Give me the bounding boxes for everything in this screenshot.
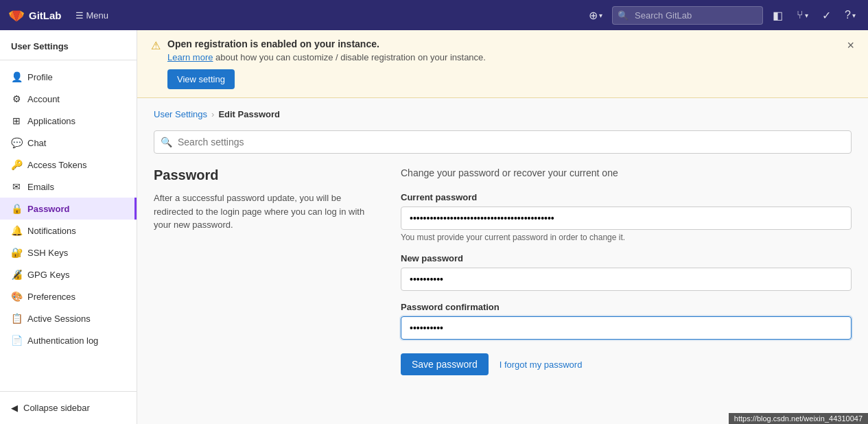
- dropdown-arrow: ▾: [599, 12, 602, 19]
- sidebar-item-label: Active Sessions: [27, 314, 91, 324]
- sidebar-title: User Settings: [0, 30, 137, 60]
- sidebar-item-active-sessions[interactable]: 📋Active Sessions: [0, 307, 137, 329]
- new-password-input[interactable]: [401, 268, 852, 291]
- sidebar-item-chat[interactable]: 💬Chat: [0, 132, 137, 154]
- emails-icon: ✉: [11, 181, 22, 192]
- sidebar-item-label: Applications: [27, 116, 75, 126]
- applications-icon: ⊞: [11, 115, 22, 126]
- sidebar-item-notifications[interactable]: 🔔Notifications: [0, 220, 137, 242]
- ssh-keys-icon: 🔐: [11, 247, 22, 258]
- plus-icon: ⊕: [589, 9, 598, 22]
- sidebar-item-label: Emails: [27, 182, 54, 192]
- left-description: Password After a successful password upd…: [154, 167, 373, 375]
- sidebar-item-label: Chat: [27, 138, 46, 148]
- new-password-label: New password: [401, 253, 852, 263]
- section-title: Password: [154, 167, 373, 183]
- gpg-keys-icon: 🔏: [11, 269, 22, 280]
- collapse-icon: ◀: [11, 403, 18, 413]
- learn-more-link[interactable]: Learn more: [167, 52, 213, 62]
- search-wrap: 🔍: [612, 6, 763, 25]
- sidebar-item-label: Notifications: [27, 226, 76, 236]
- current-password-input[interactable]: [401, 207, 852, 230]
- breadcrumb: User Settings › Edit Password: [154, 109, 852, 119]
- save-password-button[interactable]: Save password: [401, 353, 489, 375]
- sidebar-item-password[interactable]: 🔒Password: [0, 198, 137, 220]
- sidebar-item-profile[interactable]: 👤Profile: [0, 66, 137, 88]
- sidebar-item-gpg-keys[interactable]: 🔏GPG Keys: [0, 263, 137, 285]
- confirm-password-input[interactable]: [401, 316, 852, 340]
- hamburger-icon: ☰: [75, 10, 84, 21]
- password-icon: 🔒: [11, 203, 22, 214]
- new-password-group: New password: [401, 253, 852, 291]
- create-button[interactable]: ⊕ ▾: [585, 6, 607, 25]
- search-settings-input[interactable]: [154, 130, 852, 154]
- menu-button[interactable]: ☰ Menu: [70, 8, 115, 23]
- sidebar-item-label: Password: [27, 204, 69, 214]
- merge-requests-button[interactable]: ⑂▾: [793, 6, 812, 24]
- breadcrumb-current: Edit Password: [218, 109, 280, 119]
- sidebar-item-label: Preferences: [27, 292, 75, 302]
- sidebar-nav: 👤Profile⚙Account⊞Applications💬Chat🔑Acces…: [0, 60, 137, 391]
- sidebar-item-account[interactable]: ⚙Account: [0, 88, 137, 110]
- alert-content: Open registration is enabled on your ins…: [167, 38, 833, 89]
- active-sessions-icon: 📋: [11, 313, 22, 324]
- alert-close-button[interactable]: ×: [847, 38, 854, 53]
- issues-icon: ✓: [822, 9, 831, 22]
- view-setting-button[interactable]: View setting: [167, 69, 235, 89]
- current-password-group: Current password You must provide your c…: [401, 192, 852, 242]
- help-button[interactable]: ?▾: [841, 6, 860, 24]
- breadcrumb-separator: ›: [211, 109, 214, 119]
- theme-icon: ◧: [773, 9, 783, 22]
- search-settings-wrap: 🔍: [154, 130, 852, 154]
- settings-search-icon: 🔍: [161, 137, 172, 148]
- confirm-password-label: Password confirmation: [401, 302, 852, 312]
- confirm-password-group: Password confirmation: [401, 302, 852, 340]
- global-search-input[interactable]: [612, 6, 763, 25]
- sidebar-item-label: Authentication log: [27, 335, 98, 346]
- theme-button[interactable]: ◧: [769, 6, 787, 25]
- forgot-password-link[interactable]: I forgot my password: [500, 360, 583, 370]
- chat-icon: 💬: [11, 137, 22, 148]
- right-form: Change your password or recover your cur…: [401, 167, 852, 375]
- dropdown-arrow2: ▾: [805, 12, 808, 19]
- sidebar-item-ssh-keys[interactable]: 🔐SSH Keys: [0, 242, 137, 263]
- breadcrumb-parent-link[interactable]: User Settings: [154, 109, 207, 119]
- account-icon: ⚙: [11, 93, 22, 104]
- brand-logo[interactable]: GitLab: [8, 7, 62, 23]
- sidebar-footer: ◀ Collapse sidebar: [0, 391, 137, 424]
- alert-title: Open registration is enabled on your ins…: [167, 38, 833, 49]
- sidebar: User Settings 👤Profile⚙Account⊞Applicati…: [0, 30, 137, 424]
- sidebar-item-label: Profile: [27, 72, 53, 82]
- top-navbar: GitLab ☰ Menu ⊕ ▾ 🔍 ◧ ⑂▾ ✓ ?▾: [0, 0, 868, 30]
- auth-log-icon: 📄: [11, 335, 22, 346]
- main-layout: User Settings 👤Profile⚙Account⊞Applicati…: [0, 30, 868, 424]
- section-desc: After a successful password update, you …: [154, 191, 373, 232]
- warning-icon: ⚠: [151, 39, 161, 52]
- access-tokens-icon: 🔑: [11, 159, 22, 170]
- form-subtitle: Change your password or recover your cur…: [401, 167, 852, 178]
- content-area: ⚠ Open registration is enabled on your i…: [137, 30, 868, 424]
- sidebar-item-emails[interactable]: ✉Emails: [0, 176, 137, 198]
- help-icon: ?: [845, 9, 851, 21]
- sidebar-item-applications[interactable]: ⊞Applications: [0, 110, 137, 132]
- sidebar-item-label: Access Tokens: [27, 160, 86, 170]
- sidebar-item-label: GPG Keys: [27, 270, 69, 280]
- sidebar-item-label: SSH Keys: [27, 248, 68, 258]
- page-content: User Settings › Edit Password 🔍 Password…: [137, 98, 868, 424]
- notifications-icon: 🔔: [11, 225, 22, 236]
- current-password-label: Current password: [401, 192, 852, 202]
- preferences-icon: 🎨: [11, 291, 22, 302]
- sidebar-item-access-tokens[interactable]: 🔑Access Tokens: [0, 154, 137, 176]
- url-hint: https://blog.csdn.net/weixin_44310047: [729, 413, 868, 424]
- sidebar-item-preferences[interactable]: 🎨Preferences: [0, 285, 137, 307]
- issues-button[interactable]: ✓: [818, 6, 835, 25]
- collapse-sidebar-button[interactable]: ◀ Collapse sidebar: [0, 397, 137, 419]
- current-password-hint: You must provide your current password i…: [401, 233, 852, 242]
- password-form-layout: Password After a successful password upd…: [154, 167, 852, 375]
- sidebar-item-auth-log[interactable]: 📄Authentication log: [0, 329, 137, 351]
- dropdown-arrow3: ▾: [852, 12, 856, 19]
- profile-icon: 👤: [11, 71, 22, 82]
- sidebar-item-label: Account: [27, 94, 60, 104]
- brand-name: GitLab: [29, 10, 62, 21]
- gitlab-icon: [8, 7, 25, 23]
